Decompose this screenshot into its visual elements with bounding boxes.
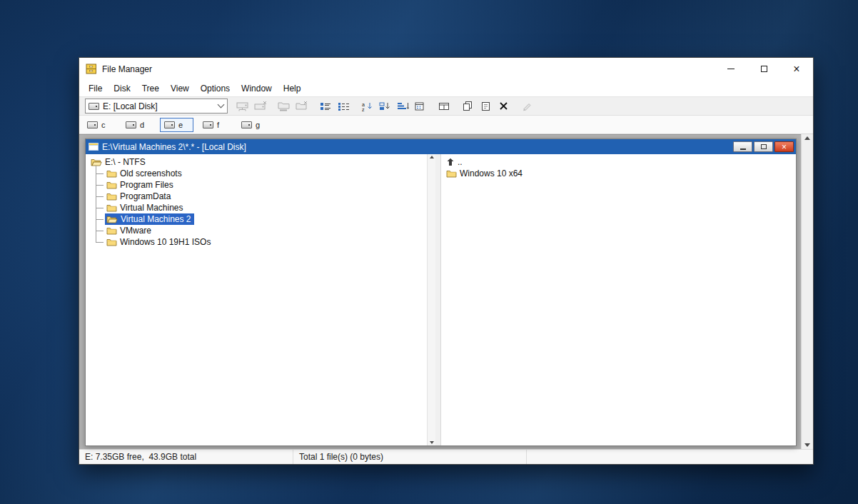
folder-icon	[106, 203, 117, 212]
close-icon: ×	[793, 64, 799, 75]
menu-window[interactable]: Window	[236, 80, 278, 96]
status-disk-info: E: 7.35GB free, 43.9GB total	[79, 450, 293, 464]
drive-button-d[interactable]: d	[121, 118, 155, 132]
status-spacer	[527, 450, 813, 464]
up-directory-icon	[446, 158, 455, 166]
directory-window-titlebar[interactable]: E:\Virtual Machines 2\*.* - [Local Disk]…	[86, 139, 796, 154]
maximize-icon	[761, 66, 767, 72]
copy-button[interactable]	[459, 99, 476, 114]
sort-by-date-button[interactable]	[412, 99, 429, 114]
mdi-workspace: E:\Virtual Machines 2\*.* - [Local Disk]…	[79, 134, 813, 449]
drive-selector-value: E: [Local Disk]	[103, 101, 214, 111]
new-window-button[interactable]	[435, 99, 453, 114]
file-manager-window: File Manager × File Disk Tree View Optio…	[79, 57, 814, 465]
view-name-only-icon	[320, 101, 332, 111]
sort-by-name-button[interactable]: a z	[358, 99, 375, 114]
workspace-scrollbar[interactable]	[801, 134, 813, 449]
drive-button-c[interactable]: c	[83, 118, 116, 132]
chevron-down-icon[interactable]	[214, 99, 227, 113]
view-all-details-icon	[338, 101, 350, 111]
file-list-pane: .. Windows 10 x64	[441, 154, 796, 445]
drive-icon	[89, 103, 99, 110]
drive-button-e[interactable]: e	[160, 118, 193, 132]
tree-children: Old screenshots Program Files	[96, 168, 427, 248]
drive-button-g[interactable]: g	[237, 118, 271, 132]
minimize-icon	[740, 148, 746, 150]
menu-disk[interactable]: Disk	[108, 80, 136, 96]
sort-by-type-button[interactable]	[376, 99, 393, 114]
scroll-down-icon[interactable]	[430, 441, 434, 444]
folder-icon	[106, 169, 117, 178]
menu-options[interactable]: Options	[195, 80, 236, 96]
directory-window-content: E:\ - NTFS Old screenshots	[86, 154, 796, 445]
menu-help[interactable]: Help	[278, 80, 307, 96]
drive-icon	[164, 121, 175, 128]
scroll-down-icon[interactable]	[804, 443, 810, 447]
delete-icon	[498, 101, 509, 111]
tree-item-old-screenshots[interactable]: Old screenshots	[96, 168, 427, 179]
drive-icon	[241, 121, 252, 128]
view-name-only-button[interactable]	[317, 99, 334, 114]
status-bar: E: 7.35GB free, 43.9GB total Total 1 fil…	[79, 449, 813, 464]
drive-letter: d	[140, 121, 144, 129]
disconnect-network-drive-button[interactable]	[252, 99, 269, 114]
file-item-windows-10-x64[interactable]: Windows 10 x64	[441, 168, 796, 179]
child-maximize-button[interactable]	[754, 141, 773, 152]
folder-icon	[106, 238, 117, 246]
tree-item-label: ProgramData	[120, 191, 171, 201]
maximize-button[interactable]	[747, 58, 780, 80]
close-icon: ×	[782, 143, 787, 151]
pane-splitter[interactable]	[435, 154, 441, 445]
folder-icon	[106, 192, 117, 201]
title-bar[interactable]: File Manager ×	[79, 58, 813, 80]
directory-window-icon	[89, 143, 99, 151]
drive-selector-combobox[interactable]: E: [Local Disk]	[85, 99, 228, 114]
stop-sharing-button[interactable]	[293, 99, 311, 114]
scroll-up-icon[interactable]	[430, 156, 434, 158]
delete-button[interactable]	[495, 99, 512, 114]
folder-icon	[106, 181, 117, 189]
svg-text:z: z	[362, 106, 365, 111]
menu-file[interactable]: File	[83, 80, 108, 96]
menu-view[interactable]: View	[165, 80, 195, 96]
tree-item-label: VMware	[120, 226, 151, 236]
child-close-button[interactable]: ×	[774, 141, 794, 152]
view-all-details-button[interactable]	[335, 99, 352, 114]
caption-buttons: ×	[715, 58, 813, 80]
scroll-up-icon[interactable]	[804, 136, 810, 140]
child-minimize-button[interactable]	[733, 141, 752, 152]
tree-item-label: Virtual Machines 2	[121, 214, 191, 224]
close-button[interactable]: ×	[780, 58, 813, 80]
drive-button-f[interactable]: f	[198, 118, 232, 132]
tree-item-program-files[interactable]: Program Files	[96, 179, 427, 191]
minimize-button[interactable]	[715, 58, 747, 80]
file-item-label: Windows 10 x64	[460, 168, 523, 178]
tree-item-label: Old screenshots	[120, 168, 182, 178]
tree-item-virtual-machines-2[interactable]: Virtual Machines 2	[96, 213, 427, 225]
tree-item-label: Virtual Machines	[120, 203, 183, 213]
copy-icon	[462, 101, 474, 111]
maximize-icon	[761, 144, 767, 149]
tree-item-vmware[interactable]: VMware	[96, 225, 427, 236]
share-folder-button[interactable]	[276, 99, 293, 114]
tree-item-programdata[interactable]: ProgramData	[96, 191, 427, 202]
paste-icon	[480, 101, 492, 111]
stop-sharing-icon	[296, 101, 308, 111]
tree-item-label: Program Files	[120, 180, 173, 190]
parent-directory-item[interactable]: ..	[441, 156, 796, 168]
tree-root-item[interactable]: E:\ - NTFS	[86, 156, 427, 168]
connect-network-drive-button[interactable]	[234, 99, 251, 114]
sort-by-size-button[interactable]	[394, 99, 411, 114]
paste-button[interactable]	[477, 99, 494, 114]
window-title: File Manager	[102, 64, 152, 74]
drive-letter: f	[217, 121, 219, 129]
tree-item-windows-10-19h1-isos[interactable]: Windows 10 19H1 ISOs	[96, 236, 427, 248]
tree-item-virtual-machines[interactable]: Virtual Machines	[96, 202, 427, 213]
directory-window: E:\Virtual Machines 2\*.* - [Local Disk]…	[85, 138, 797, 446]
tree-pane-scrollbar[interactable]	[427, 154, 435, 445]
new-window-icon	[438, 101, 450, 111]
drive-letter: c	[101, 121, 106, 129]
sort-by-size-icon	[397, 101, 409, 111]
menu-tree[interactable]: Tree	[136, 80, 165, 96]
pen-button[interactable]	[518, 99, 535, 114]
